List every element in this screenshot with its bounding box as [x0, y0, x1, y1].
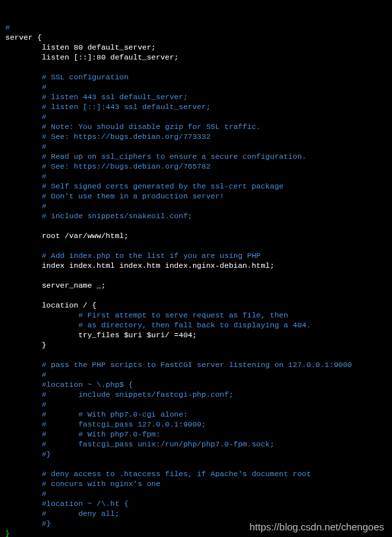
terminal-viewport[interactable]: #server { listen 80 default_server; list…: [0, 0, 392, 537]
code-line: [5, 270, 387, 280]
code-line: [5, 350, 387, 360]
code-line: # pass the PHP scripts to FastCGI server…: [5, 360, 387, 370]
code-line: # listen 443 ssl default_server;: [5, 92, 387, 102]
code-line: }: [5, 340, 387, 350]
config-file-content: #server { listen 80 default_server; list…: [5, 22, 387, 537]
code-line: listen [::]:80 default_server;: [5, 52, 387, 62]
code-line: try_files $uri $uri/ =404;: [5, 330, 387, 340]
code-line: # listen [::]:443 ssl default_server;: [5, 102, 387, 112]
code-line: # include snippets/fastcgi-php.conf;: [5, 390, 387, 399]
code-line: #: [5, 201, 387, 211]
code-line: [5, 290, 387, 300]
code-line: # Don't use them in a production server!: [5, 191, 387, 201]
watermark-text: https://blog.csdn.net/chengoes: [250, 522, 384, 532]
code-line: [5, 62, 387, 72]
code-line: # deny all;: [5, 509, 387, 518]
code-line: # fastcgi_pass 127.0.0.1:9000;: [5, 419, 387, 429]
code-line: #: [5, 22, 387, 32]
code-line: server {: [5, 32, 387, 42]
code-line: listen 80 default_server;: [5, 42, 387, 52]
code-line: # Read up on ssl_ciphers to ensure a sec…: [5, 151, 387, 161]
code-line: index index.html index.htm index.nginx-d…: [5, 261, 387, 270]
code-line: # deny access to .htaccess files, if Apa…: [5, 469, 387, 479]
code-line: [5, 221, 387, 231]
code-line: #location ~ \.php$ {: [5, 380, 387, 390]
code-line: # See: https://bugs.debian.org/773332: [5, 132, 387, 142]
code-line: server_name _;: [5, 280, 387, 290]
code-line: # Self signed certs generated by the ssl…: [5, 181, 387, 191]
code-line: #: [5, 82, 387, 92]
code-line: # Add index.php to the list if you are u…: [5, 251, 387, 261]
code-line: [5, 459, 387, 469]
code-line: # Note: You should disable gzip for SSL …: [5, 122, 387, 132]
code-line: # # With php7.0-fpm:: [5, 429, 387, 439]
code-line: # SSL configuration: [5, 72, 387, 82]
code-line: # fastcgi_pass unix:/run/php/php7.0-fpm.…: [5, 439, 387, 449]
code-line: # concurs with nginx's one: [5, 479, 387, 489]
code-line: [5, 241, 387, 251]
code-line: #: [5, 370, 387, 380]
code-line: # as directory, then fall back to displa…: [5, 320, 387, 330]
code-line: #}: [5, 449, 387, 459]
code-line: # # With php7.0-cgi alone:: [5, 409, 387, 419]
code-line: # include snippets/snakeoil.conf;: [5, 211, 387, 221]
code-line: # See: https://bugs.debian.org/765782: [5, 161, 387, 171]
code-line: location / {: [5, 300, 387, 310]
code-line: #location ~ /\.ht {: [5, 499, 387, 509]
code-line: #: [5, 112, 387, 122]
code-line: # First attempt to serve request as file…: [5, 310, 387, 320]
code-line: #: [5, 399, 387, 409]
code-line: #: [5, 171, 387, 181]
code-line: #: [5, 142, 387, 151]
code-line: root /var/www/html;: [5, 231, 387, 241]
code-line: #: [5, 489, 387, 499]
